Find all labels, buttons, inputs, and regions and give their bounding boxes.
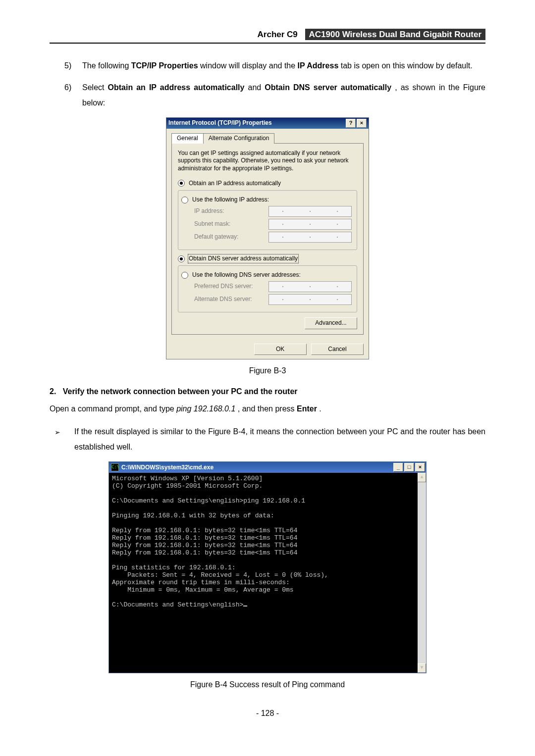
- section-num: 2.: [50, 387, 56, 396]
- row-default-gateway: Default gateway:: [194, 232, 352, 243]
- open-cmd-paragraph: Open a command prompt, and type ping 192…: [50, 402, 485, 415]
- tab-alternate-configuration[interactable]: Alternate Configuration: [203, 133, 275, 144]
- scroll-track[interactable]: [418, 482, 426, 663]
- scroll-down-button[interactable]: ▼: [418, 663, 426, 673]
- cmd-line: C:\Documents and Settings\english>ping 1…: [112, 497, 305, 504]
- text: and: [248, 83, 265, 92]
- radio-label: Obtain DNS server address automatically: [189, 255, 298, 263]
- cmd-line: (C) Copyright 1985-2001 Microsoft Corp.: [112, 482, 263, 490]
- radio-use-following-dns[interactable]: Use the following DNS server addresses:: [181, 271, 352, 279]
- cmd-line: Pinging 192.168.0.1 with 32 bytes of dat…: [112, 512, 274, 519]
- advanced-button[interactable]: Advanced...: [305, 317, 357, 329]
- dialog-title: Internet Protocol (TCP/IP) Properties: [168, 119, 272, 127]
- close-button[interactable]: ×: [357, 119, 367, 128]
- radio-icon: [178, 255, 185, 262]
- text: , and then press: [238, 404, 297, 413]
- cmd-title: C:\WINDOWS\system32\cmd.exe: [121, 464, 214, 471]
- input-default-gateway[interactable]: [268, 232, 352, 243]
- label-default-gateway: Default gateway:: [194, 233, 268, 241]
- text-bold: Obtain an IP address automatically: [108, 83, 245, 92]
- step-6: 6) Select Obtain an IP address automatic…: [64, 80, 485, 110]
- tabs: General Alternate Configuration: [171, 133, 364, 143]
- ping-command-text: ping 192.168.0.1: [176, 404, 235, 413]
- header-product: AC1900 Wireless Dual Band Gigabit Router: [305, 29, 485, 40]
- step-6-num: 6): [64, 80, 82, 110]
- cmd-output[interactable]: Microsoft Windows XP [Version 5.1.2600] …: [109, 473, 418, 673]
- cmd-line: Reply from 192.168.0.1: bytes=32 time<1m…: [112, 534, 297, 542]
- cmd-line: Microsoft Windows XP [Version 5.1.2600]: [112, 475, 263, 482]
- page-number: - 128 -: [50, 709, 485, 718]
- tab-general[interactable]: General: [171, 133, 204, 144]
- text: Select: [82, 83, 108, 92]
- radio-icon: [181, 197, 188, 203]
- radio-icon: [181, 272, 188, 279]
- ok-button[interactable]: OK: [254, 344, 307, 355]
- row-preferred-dns: Preferred DNS server:: [194, 281, 352, 292]
- chevron-right-icon: ➢: [54, 424, 74, 454]
- radio-use-following-ip[interactable]: Use the following IP address:: [181, 196, 352, 204]
- close-button[interactable]: ×: [415, 463, 425, 472]
- text: The following: [82, 61, 131, 70]
- row-ip-address: IP address:: [194, 206, 352, 217]
- cmd-line: Reply from 192.168.0.1: bytes=32 time<1m…: [112, 549, 297, 556]
- tab-panel-general: You can get IP settings assigned automat…: [171, 143, 364, 335]
- cmd-titlebar[interactable]: C:\ C:\WINDOWS\system32\cmd.exe _ □ ×: [109, 462, 426, 473]
- cancel-button[interactable]: Cancel: [311, 344, 364, 355]
- header-model: Archer C9: [255, 29, 301, 40]
- fieldset-manual-ip: Use the following IP address: IP address…: [178, 190, 357, 250]
- bullet-text: If the result displayed is similar to th…: [74, 424, 485, 454]
- row-alternate-dns: Alternate DNS server:: [194, 294, 352, 305]
- text-bold: Obtain DNS server automatically: [265, 83, 391, 92]
- section-title: Verify the network connection between yo…: [63, 387, 298, 396]
- step-5: 5) The following TCP/IP Properties windo…: [64, 58, 485, 73]
- step-5-text: The following TCP/IP Properties window w…: [82, 58, 485, 73]
- text: .: [319, 404, 321, 413]
- input-alternate-dns[interactable]: [268, 294, 352, 305]
- step-6-text: Select Obtain an IP address automaticall…: [82, 80, 485, 110]
- radio-obtain-ip-auto[interactable]: Obtain an IP address automatically: [178, 180, 357, 188]
- bullet-success: ➢ If the result displayed is similar to …: [54, 424, 485, 454]
- maximize-button[interactable]: □: [404, 463, 414, 472]
- enter-key-text: Enter: [297, 404, 317, 413]
- input-ip-address[interactable]: [268, 206, 352, 217]
- input-subnet-mask[interactable]: [268, 219, 352, 230]
- cmd-prompt-icon: C:\: [111, 463, 119, 471]
- label-subnet-mask: Subnet mask:: [194, 220, 268, 228]
- text: window will display and the: [200, 61, 298, 70]
- radio-icon: [178, 180, 185, 187]
- label-alternate-dns: Alternate DNS server:: [194, 296, 268, 303]
- input-preferred-dns[interactable]: [268, 281, 352, 292]
- dialog-button-row: OK Cancel: [166, 340, 369, 359]
- section-2-heading: 2. Verify the network connection between…: [50, 387, 485, 396]
- radio-label: Use the following IP address:: [192, 196, 269, 204]
- text-bold: IP Address: [298, 61, 339, 70]
- scroll-up-button[interactable]: ▲: [418, 473, 426, 482]
- cursor-icon: [243, 605, 247, 606]
- text: Open a command prompt, and type: [50, 404, 176, 413]
- step-5-num: 5): [64, 58, 82, 73]
- label-preferred-dns: Preferred DNS server:: [194, 283, 268, 291]
- figure-caption-b3: Figure B-3: [50, 366, 485, 375]
- text: tab is open on this window by default.: [341, 61, 473, 70]
- cmd-line: Minimum = 0ms, Maximum = 0ms, Average = …: [112, 586, 294, 594]
- row-subnet-mask: Subnet mask:: [194, 219, 352, 230]
- text-bold: TCP/IP Properties: [131, 61, 198, 70]
- dialog-titlebar[interactable]: Internet Protocol (TCP/IP) Properties ? …: [166, 118, 369, 129]
- cmd-line: Approximate round trip times in milli-se…: [112, 579, 290, 586]
- cmd-line: Reply from 192.168.0.1: bytes=32 time<1m…: [112, 527, 297, 534]
- doc-header: Archer C9 AC1900 Wireless Dual Band Giga…: [50, 30, 485, 44]
- radio-label: Use the following DNS server addresses:: [192, 271, 301, 279]
- tcpip-properties-dialog: Internet Protocol (TCP/IP) Properties ? …: [166, 117, 369, 359]
- cmd-scrollbar[interactable]: ▲ ▼: [418, 473, 426, 673]
- radio-obtain-dns-auto[interactable]: Obtain DNS server address automatically: [178, 255, 357, 263]
- cmd-line: C:\Documents and Settings\english>: [112, 601, 243, 608]
- minimize-button[interactable]: _: [393, 463, 403, 472]
- fieldset-manual-dns: Use the following DNS server addresses: …: [178, 265, 357, 312]
- cmd-line: Ping statistics for 192.168.0.1:: [112, 564, 236, 571]
- intro-text: You can get IP settings assigned automat…: [178, 150, 357, 173]
- help-button[interactable]: ?: [346, 119, 356, 128]
- cmd-line: Packets: Sent = 4, Received = 4, Lost = …: [112, 571, 328, 579]
- figure-caption-b4: Figure B-4 Success result of Ping comman…: [50, 680, 485, 689]
- label-ip-address: IP address:: [194, 207, 268, 215]
- cmd-line: Reply from 192.168.0.1: bytes=32 time<1m…: [112, 542, 297, 549]
